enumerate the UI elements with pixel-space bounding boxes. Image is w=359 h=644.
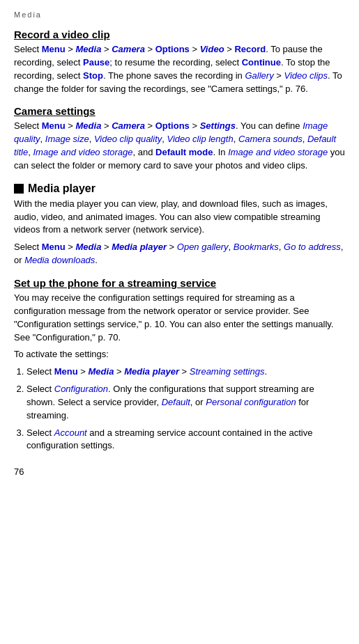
streaming-desc: You may receive the configuration settin… bbox=[14, 292, 345, 344]
streaming-steps-list: Select Menu > Media > Media player > Str… bbox=[26, 366, 345, 453]
page-number: 76 bbox=[14, 466, 345, 477]
media-player-heading-row: Media player bbox=[14, 182, 345, 195]
streaming-activate-label: To activate the settings: bbox=[14, 348, 345, 361]
record-video-section: Record a video clip Select Menu > Media … bbox=[14, 29, 345, 95]
camera-settings-section: Camera settings Select Menu > Media > Ca… bbox=[14, 105, 345, 172]
streaming-section: Set up the phone for a streaming service… bbox=[14, 277, 345, 453]
header: Media bbox=[14, 7, 345, 19]
camera-settings-heading: Camera settings bbox=[14, 105, 345, 117]
streaming-step-2: Select Configuration. Only the configura… bbox=[26, 383, 345, 423]
media-player-desc2: Select Menu > Media > Media player > Ope… bbox=[14, 241, 345, 267]
media-player-section: Media player With the media player you c… bbox=[14, 182, 345, 267]
media-player-heading-text: Media player bbox=[28, 182, 96, 195]
black-square-icon bbox=[14, 184, 24, 194]
record-video-paragraph: Select Menu > Media > Camera > Options >… bbox=[14, 43, 345, 95]
streaming-step-3: Select Account and a streaming service a… bbox=[26, 427, 345, 453]
media-player-desc1: With the media player you can view, play… bbox=[14, 198, 345, 237]
camera-settings-paragraph: Select Menu > Media > Camera > Options >… bbox=[14, 120, 345, 172]
record-video-heading: Record a video clip bbox=[14, 29, 345, 40]
streaming-step-1: Select Menu > Media > Media player > Str… bbox=[26, 366, 345, 379]
streaming-heading: Set up the phone for a streaming service bbox=[14, 277, 345, 289]
